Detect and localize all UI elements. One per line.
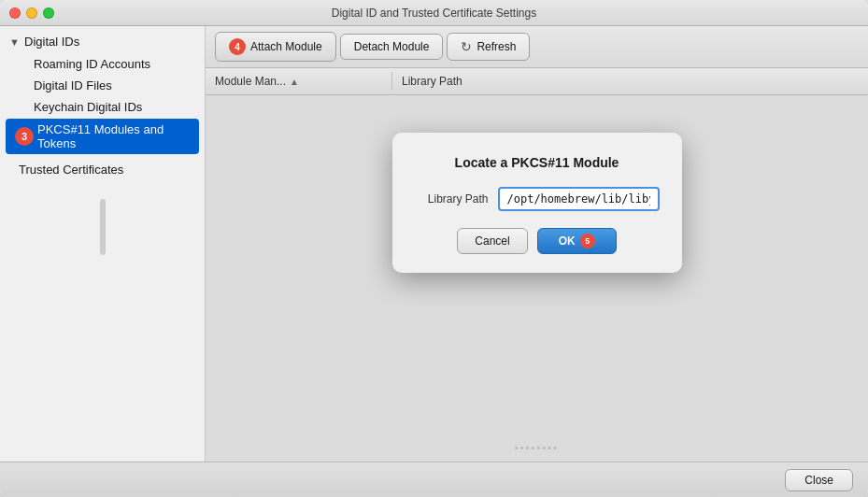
sidebar-scroll-area xyxy=(0,180,205,462)
detach-module-button[interactable]: Detach Module xyxy=(340,34,444,60)
refresh-icon: ↻ xyxy=(461,39,472,54)
close-window-button[interactable] xyxy=(9,7,21,19)
attach-module-button[interactable]: 4 Attach Module xyxy=(215,32,336,62)
library-path-row: Library Path xyxy=(415,187,660,211)
sidebar-item-trusted-certs[interactable]: Trusted Certificates xyxy=(0,159,205,180)
step-3-badge: 3 xyxy=(15,127,34,146)
toolbar: 4 Attach Module Detach Module ↻ Refresh xyxy=(206,26,868,68)
sort-icon: ▲ xyxy=(290,77,299,87)
main-content: ▼ Digital IDs Roaming ID Accounts Digita… xyxy=(0,26,868,462)
sidebar-group-label: Digital IDs xyxy=(24,35,79,49)
modal-overlay: Locate a PKCS#11 Module Library Path Can… xyxy=(206,95,868,462)
attach-module-label: Attach Module xyxy=(250,40,322,53)
scroll-dots: ▪▪▪▪▪▪▪▪ xyxy=(515,442,559,453)
minimize-window-button[interactable] xyxy=(26,7,37,19)
detach-module-label: Detach Module xyxy=(354,40,430,53)
step-5-badge: 5 xyxy=(580,234,595,248)
table-header: Module Man... ▲ Library Path xyxy=(206,68,868,95)
column-header-library[interactable]: Library Path xyxy=(392,72,868,91)
title-bar: Digital ID and Trusted Certificate Setti… xyxy=(0,0,868,26)
sidebar-item-label: Trusted Certificates xyxy=(19,163,123,177)
column-header-module[interactable]: Module Man... ▲ xyxy=(206,72,392,91)
sidebar-group-digital-ids[interactable]: ▼ Digital IDs xyxy=(0,30,205,53)
sidebar-item-keychain[interactable]: Keychain Digital IDs xyxy=(0,96,205,118)
sidebar-item-pkcs11[interactable]: 3 PKCS#11 Modules and Tokens xyxy=(6,119,199,154)
sidebar: ▼ Digital IDs Roaming ID Accounts Digita… xyxy=(0,26,206,462)
sidebar-item-label: PKCS#11 Modules and Tokens xyxy=(37,122,195,150)
ok-button[interactable]: OK 5 xyxy=(537,228,617,254)
scroll-indicator: ▪▪▪▪▪▪▪▪ xyxy=(515,440,559,454)
content-area: 4 Attach Module Detach Module ↻ Refresh … xyxy=(206,26,868,462)
sidebar-item-label: Digital ID Files xyxy=(34,78,112,92)
window-title: Digital ID and Trusted Certificate Setti… xyxy=(332,7,536,20)
library-path-label: Library Path xyxy=(415,192,489,206)
window-controls xyxy=(9,7,54,19)
col-module-label: Module Man... xyxy=(215,75,286,88)
ok-label: OK xyxy=(559,234,576,248)
modal-buttons: Cancel OK 5 xyxy=(415,228,660,254)
library-path-input[interactable] xyxy=(498,187,660,211)
sidebar-item-label: Keychain Digital IDs xyxy=(34,100,142,114)
sidebar-item-label: Roaming ID Accounts xyxy=(34,57,150,71)
modal-title: Locate a PKCS#11 Module xyxy=(415,155,660,170)
step-4-badge: 4 xyxy=(229,38,246,55)
sidebar-scrollbar[interactable] xyxy=(100,199,106,255)
sidebar-item-roaming[interactable]: Roaming ID Accounts xyxy=(0,53,205,75)
chevron-down-icon: ▼ xyxy=(9,36,21,48)
refresh-label: Refresh xyxy=(477,40,516,53)
bottom-bar: Close xyxy=(0,462,868,497)
close-button[interactable]: Close xyxy=(785,469,853,491)
locate-pkcs11-dialog: Locate a PKCS#11 Module Library Path Can… xyxy=(392,133,682,273)
maximize-window-button[interactable] xyxy=(43,7,54,19)
refresh-button[interactable]: ↻ Refresh xyxy=(447,33,530,61)
cancel-button[interactable]: Cancel xyxy=(457,228,527,254)
col-library-label: Library Path xyxy=(402,75,462,88)
application-window: Digital ID and Trusted Certificate Setti… xyxy=(0,0,868,497)
sidebar-item-digital-id-files[interactable]: Digital ID Files xyxy=(0,75,205,96)
content-main: Locate a PKCS#11 Module Library Path Can… xyxy=(206,95,868,462)
